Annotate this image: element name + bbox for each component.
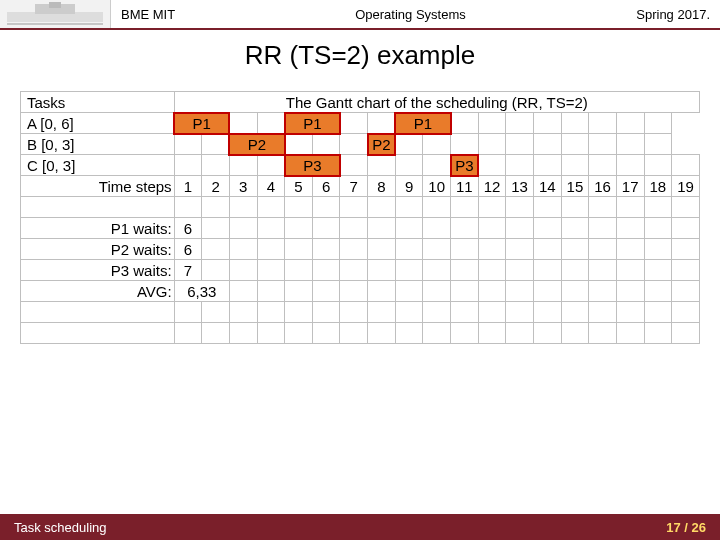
task-a-name: A [0, 6] [21, 113, 175, 134]
ts-9: 9 [395, 176, 423, 197]
ts-14: 14 [533, 176, 561, 197]
wait-row-p1: P1 waits: 6 [21, 218, 700, 239]
task-row-a: A [0, 6] P1 P1 P1 [21, 113, 700, 134]
wait-p2-value: 6 [174, 239, 202, 260]
wait-row-p3: P3 waits: 7 [21, 260, 700, 281]
slide-footer: Task scheduling 17 / 26 [0, 514, 720, 540]
avg-label: AVG: [21, 281, 175, 302]
task-c-block-2: P3 [451, 155, 479, 176]
task-c-block-1: P3 [285, 155, 340, 176]
ts-5: 5 [285, 176, 313, 197]
task-a-block-3: P1 [395, 113, 450, 134]
ts-7: 7 [340, 176, 368, 197]
task-row-c: C [0, 3] P3 P3 [21, 155, 700, 176]
task-a-block-1: P1 [174, 113, 229, 134]
slide-title: RR (TS=2) example [0, 40, 720, 71]
ts-4: 4 [257, 176, 285, 197]
task-b-block-1: P2 [229, 134, 284, 155]
ts-3: 3 [229, 176, 257, 197]
wait-p3-label: P3 waits: [21, 260, 175, 281]
wait-p1-value: 6 [174, 218, 202, 239]
ts-16: 16 [589, 176, 617, 197]
table-header-row: Tasks The Gantt chart of the scheduling … [21, 92, 700, 113]
blank-row-1 [21, 197, 700, 218]
task-b-name: B [0, 3] [21, 134, 175, 155]
ts-13: 13 [506, 176, 534, 197]
slide-header: BME MIT Operating Systems Spring 2017. [0, 0, 720, 30]
timesteps-label: Time steps [21, 176, 175, 197]
ts-12: 12 [478, 176, 506, 197]
blank-row-3 [21, 323, 700, 344]
col-tasks-header: Tasks [21, 92, 175, 113]
task-a-block-2: P1 [285, 113, 340, 134]
footer-topic: Task scheduling [0, 520, 666, 535]
task-c-name: C [0, 3] [21, 155, 175, 176]
header-course: Operating Systems [281, 0, 540, 28]
ts-17: 17 [616, 176, 644, 197]
blank-row-2 [21, 302, 700, 323]
avg-row: AVG: 6,33 [21, 281, 700, 302]
ts-2: 2 [202, 176, 230, 197]
ts-11: 11 [451, 176, 479, 197]
ts-18: 18 [644, 176, 672, 197]
timesteps-row: Time steps 1 2 3 4 5 6 7 8 9 10 11 12 13… [21, 176, 700, 197]
header-term: Spring 2017. [540, 0, 720, 28]
wait-row-p2: P2 waits: 6 [21, 239, 700, 260]
wait-p1-label: P1 waits: [21, 218, 175, 239]
header-org: BME MIT [111, 0, 281, 28]
footer-page-number: 17 / 26 [666, 520, 720, 535]
col-chart-header: The Gantt chart of the scheduling (RR, T… [174, 92, 699, 113]
task-b-block-2: P2 [368, 134, 396, 155]
svg-rect-2 [49, 2, 61, 8]
slide: BME MIT Operating Systems Spring 2017. R… [0, 0, 720, 540]
task-row-b: B [0, 3] P2 P2 [21, 134, 700, 155]
avg-value: 6,33 [174, 281, 229, 302]
ts-1: 1 [174, 176, 202, 197]
ts-6: 6 [312, 176, 340, 197]
gantt-table: Tasks The Gantt chart of the scheduling … [20, 91, 700, 344]
wait-p2-label: P2 waits: [21, 239, 175, 260]
gantt-table-wrap: Tasks The Gantt chart of the scheduling … [20, 91, 700, 344]
ts-8: 8 [368, 176, 396, 197]
university-logo [0, 0, 111, 28]
wait-p3-value: 7 [174, 260, 202, 281]
ts-19: 19 [672, 176, 700, 197]
ts-10: 10 [423, 176, 451, 197]
ts-15: 15 [561, 176, 589, 197]
